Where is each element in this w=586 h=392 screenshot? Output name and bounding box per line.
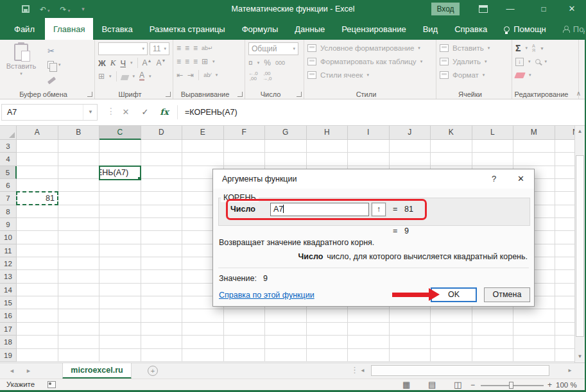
row-header-7[interactable]: 7 [0,192,17,205]
cell-N6[interactable] [555,179,575,192]
cell-C15[interactable] [99,296,141,309]
cell-N19[interactable] [555,349,575,362]
cell-H19[interactable] [307,349,349,362]
paste-button[interactable]: Вставить ▾ [3,44,39,89]
tab-Разметка страницы[interactable]: Разметка страницы [141,18,234,40]
cancel-entry-icon[interactable]: ✕ [117,104,135,121]
zoom-slider-thumb[interactable] [509,382,513,389]
dialog-close-icon[interactable]: ✕ [517,174,524,183]
tab-Рецензирование[interactable]: Рецензирование [333,18,414,40]
cell-I4[interactable] [348,153,390,166]
row-header-9[interactable]: 9 [0,218,17,231]
cell-N17[interactable] [555,323,575,336]
cut-icon[interactable]: ✂ [47,46,55,56]
cell-M19[interactable] [513,349,555,362]
cell-N4[interactable] [555,153,575,166]
cell-B11[interactable] [58,244,100,257]
cell-N13[interactable] [555,270,575,283]
name-box[interactable]: A7▼ [1,104,98,121]
cell-C10[interactable] [99,231,141,244]
underline-button[interactable]: Ч [120,58,126,68]
row-header-19[interactable]: 19 [0,349,17,362]
row-header-11[interactable]: 11 [0,244,17,257]
cell-L19[interactable] [472,349,514,362]
cell-G3[interactable] [265,140,307,153]
cell-A3[interactable] [17,140,58,153]
cell-M3[interactable] [513,140,555,153]
tab-Главная[interactable]: Главная [45,18,93,40]
row-header-6[interactable]: 6 [0,179,17,192]
cell-D9[interactable] [141,218,183,231]
format-as-table-button[interactable]: Форматировать как таблицу▾ [307,56,433,67]
cell-C17[interactable] [99,323,141,336]
cell-G4[interactable] [265,153,307,166]
cell-styles-button[interactable]: Стили ячеек▾ [307,69,433,81]
cell-N11[interactable] [555,244,575,257]
cell-C6[interactable] [99,179,141,192]
cell-F16[interactable] [224,309,266,322]
cell-A18[interactable] [17,336,58,348]
cell-A15[interactable] [17,296,58,309]
cell-A6[interactable] [17,179,58,192]
cell-D5[interactable] [141,166,183,179]
cell-L3[interactable] [472,140,514,153]
cell-C13[interactable] [99,270,141,283]
cell-N8[interactable] [555,205,575,218]
cell-J16[interactable] [390,309,431,322]
cell-B15[interactable] [58,296,100,309]
decrease-indent-icon[interactable]: ⇤ [177,71,183,80]
autosum-button[interactable]: Σ [515,43,521,53]
minimize-button[interactable]: — [501,0,520,18]
cell-B4[interactable] [58,153,100,166]
format-cells-button[interactable]: Формат▾ [440,69,508,81]
macro-record-icon[interactable] [47,381,56,388]
page-break-view-icon[interactable]: ◫ [454,380,461,389]
align-center-icon[interactable]: ≡ [185,57,189,66]
increase-decimal-icon[interactable]: ←.0,00 [248,71,258,81]
cell-D13[interactable] [141,270,183,283]
cell-C4[interactable] [99,153,141,166]
cell-N5[interactable] [555,166,575,179]
cell-K3[interactable] [431,140,472,153]
merge-center-icon[interactable]: ⊞ [202,57,208,66]
align-bottom-icon[interactable]: ≡ [193,44,197,53]
percent-style-button[interactable]: % [264,58,271,67]
sheet-next-icon[interactable]: ► [26,363,31,379]
sign-in-button[interactable]: Вход [431,3,460,15]
row-header-14[interactable]: 14 [0,284,17,296]
wrap-text-icon[interactable]: ab↵ [202,45,213,51]
cell-C11[interactable] [99,244,141,257]
row-header-5[interactable]: 5 [0,166,17,179]
fill-down-icon[interactable]: ↓ [515,58,524,66]
row-header-17[interactable]: 17 [0,323,17,336]
function-help-link[interactable]: Справка по этой функции [219,291,315,300]
cell-J17[interactable] [390,323,431,336]
cell-E4[interactable] [182,153,224,166]
cell-B5[interactable] [58,166,100,179]
vertical-scroll-thumb[interactable] [576,155,584,337]
name-box-caret-icon[interactable]: ▼ [83,105,93,120]
cell-N14[interactable] [555,284,575,296]
fill-handle[interactable] [137,176,141,180]
cell-M17[interactable] [513,323,555,336]
ribbon-display-options-icon[interactable] [479,5,488,13]
cell-D12[interactable] [141,257,183,270]
align-middle-icon[interactable]: ≡ [185,44,189,53]
close-button[interactable]: ✕ [562,0,582,18]
tab-Поделиться[interactable]: Поделиться [555,18,586,40]
cell-H16[interactable] [307,309,349,322]
column-header-A[interactable]: A [17,126,58,140]
scroll-right-icon[interactable]: ► [567,365,573,377]
cell-B17[interactable] [58,323,100,336]
column-header-F[interactable]: F [224,126,266,140]
cell-A11[interactable] [17,244,58,257]
cell-B7[interactable] [58,192,100,205]
cell-D3[interactable] [141,140,183,153]
cell-B12[interactable] [58,257,100,270]
cell-I3[interactable] [348,140,390,153]
scroll-left-icon[interactable]: ◄ [360,365,365,377]
align-right-icon[interactable]: ≡ [193,57,197,66]
confirm-entry-icon[interactable]: ✓ [136,104,154,121]
vertical-scrollbar[interactable]: ▲ ▼ [574,126,585,362]
cell-G19[interactable] [265,349,307,362]
